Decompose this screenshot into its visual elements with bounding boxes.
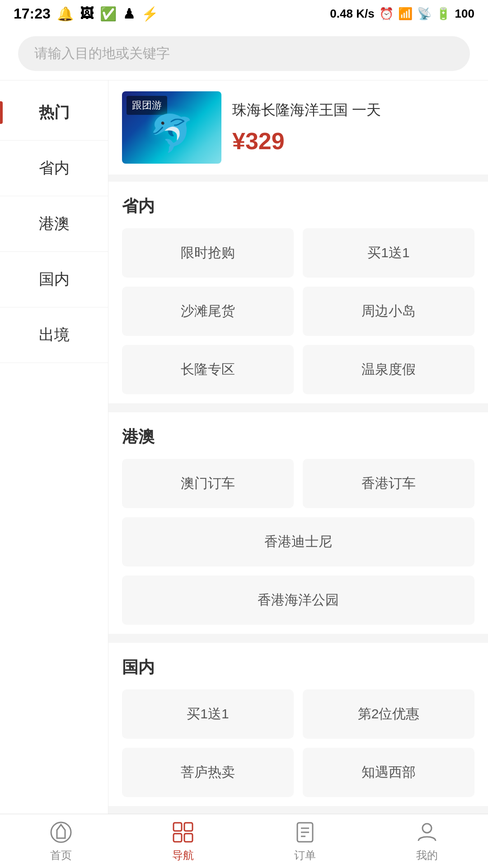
- tag-item-macau-car[interactable]: 澳门订车: [122, 459, 294, 508]
- sidebar-item-province[interactable]: 省内: [0, 141, 108, 196]
- svg-rect-2: [184, 823, 192, 831]
- check-icon: ✅: [100, 6, 117, 22]
- usb-icon: ⚡: [141, 6, 158, 22]
- svg-rect-3: [174, 834, 182, 842]
- status-time: 17:23: [14, 5, 51, 22]
- sidebar-item-overseas[interactable]: 出境: [0, 307, 108, 363]
- tag-grid-hkmo-disney: 香港迪士尼 香港海洋公园: [122, 517, 474, 625]
- nav-label-mine: 我的: [416, 848, 438, 863]
- content-area: 跟团游 🐬 珠海长隆海洋王国 一天 ¥329 省内 限时抢购 买1送1 沙滩尾货: [108, 80, 488, 858]
- tag-item-hk-car[interactable]: 香港订车: [303, 459, 474, 508]
- nav-label-nav: 导航: [172, 848, 194, 863]
- speed-indicator: 0.48 K/s: [330, 7, 374, 21]
- tag-grid-hkmo: 澳门订车 香港订车: [122, 459, 474, 508]
- tag-item-hk-disney[interactable]: 香港迪士尼: [122, 517, 474, 566]
- nav-item-mine[interactable]: 我的: [366, 820, 488, 863]
- person-nav-icon: [415, 820, 439, 844]
- tag-item-beach[interactable]: 沙滩尾货: [122, 287, 294, 336]
- nav-item-order[interactable]: 订单: [244, 820, 366, 863]
- battery-level: 100: [455, 7, 474, 21]
- home-icon: [49, 820, 73, 844]
- nav-item-home[interactable]: 首页: [0, 820, 122, 863]
- wifi-icon: 📶: [398, 7, 413, 21]
- nav-label-order: 订单: [294, 848, 316, 863]
- person-icon: ♟: [123, 6, 135, 22]
- section-hkmo: 港澳 澳门订车 香港订车 香港迪士尼 香港海洋公园: [108, 412, 488, 634]
- sidebar-item-hkmo[interactable]: 港澳: [0, 196, 108, 252]
- nav-item-nav[interactable]: 导航: [122, 820, 244, 863]
- section-title-hkmo: 港澳: [122, 426, 474, 448]
- tag-item-island[interactable]: 周边小岛: [303, 287, 474, 336]
- status-right: 0.48 K/s ⏰ 📶 📡 🔋 100: [330, 7, 474, 21]
- search-bar-container: 请输入目的地或关键字: [0, 27, 488, 80]
- signal-icon: 📡: [417, 7, 432, 21]
- section-domestic: 国内 买1送1 第2位优惠 菩庐热卖 知遇西部: [108, 643, 488, 806]
- dolphin-icon: 🐬: [149, 112, 194, 155]
- status-left: 17:23 🔔 🖼 ✅ ♟ ⚡: [14, 5, 158, 22]
- svg-rect-1: [174, 823, 182, 831]
- section-title-domestic: 国内: [122, 656, 474, 679]
- tag-item-buy1get1[interactable]: 买1送1: [303, 228, 474, 278]
- search-placeholder: 请输入目的地或关键字: [34, 46, 170, 61]
- bottom-nav: 首页 导航 订单: [0, 814, 488, 868]
- featured-card[interactable]: 跟团游 🐬 珠海长隆海洋王国 一天 ¥329: [108, 80, 488, 175]
- sidebar-item-hot[interactable]: 热门: [0, 85, 108, 141]
- svg-point-9: [422, 824, 432, 833]
- tag-item-domestic-buy1get1[interactable]: 买1送1: [122, 689, 294, 739]
- nav-grid-icon: [171, 820, 195, 844]
- tag-item-flash-sale[interactable]: 限时抢购: [122, 228, 294, 278]
- featured-info: 珠海长隆海洋王国 一天 ¥329: [232, 100, 474, 155]
- svg-rect-4: [184, 834, 192, 842]
- order-icon: [293, 820, 317, 844]
- featured-title: 珠海长隆海洋王国 一天: [232, 100, 474, 120]
- tag-item-pulu-hot[interactable]: 菩庐热卖: [122, 748, 294, 797]
- tag-grid-domestic: 买1送1 第2位优惠 菩庐热卖 知遇西部: [122, 689, 474, 797]
- sidebar-item-domestic[interactable]: 国内: [0, 252, 108, 307]
- main-layout: 热门 省内 港澳 国内 出境 跟团游 🐬 珠海长隆海洋王国 一天 ¥329: [0, 80, 488, 858]
- image-icon: 🖼: [80, 6, 94, 21]
- tag-item-hotspring[interactable]: 温泉度假: [303, 345, 474, 394]
- alarm-icon: ⏰: [379, 7, 394, 21]
- search-input[interactable]: 请输入目的地或关键字: [18, 36, 470, 71]
- tag-item-hk-ocean[interactable]: 香港海洋公园: [122, 576, 474, 625]
- sidebar: 热门 省内 港澳 国内 出境: [0, 80, 108, 858]
- tag-item-second-discount[interactable]: 第2位优惠: [303, 689, 474, 739]
- featured-image: 跟团游 🐬: [122, 91, 221, 164]
- section-title-province: 省内: [122, 195, 474, 217]
- notification-icon: 🔔: [57, 6, 74, 22]
- tag-item-west-tour[interactable]: 知遇西部: [303, 748, 474, 797]
- tag-grid-province: 限时抢购 买1送1 沙滩尾货 周边小岛 长隆专区 温泉度假: [122, 228, 474, 394]
- featured-price: ¥329: [232, 127, 474, 155]
- section-province: 省内 限时抢购 买1送1 沙滩尾货 周边小岛 长隆专区 温泉度假: [108, 182, 488, 403]
- battery-icon: 🔋: [436, 7, 450, 21]
- tag-item-chimelong[interactable]: 长隆专区: [122, 345, 294, 394]
- nav-label-home: 首页: [50, 848, 72, 863]
- status-bar: 17:23 🔔 🖼 ✅ ♟ ⚡ 0.48 K/s ⏰ 📶 📡 🔋 100: [0, 0, 488, 27]
